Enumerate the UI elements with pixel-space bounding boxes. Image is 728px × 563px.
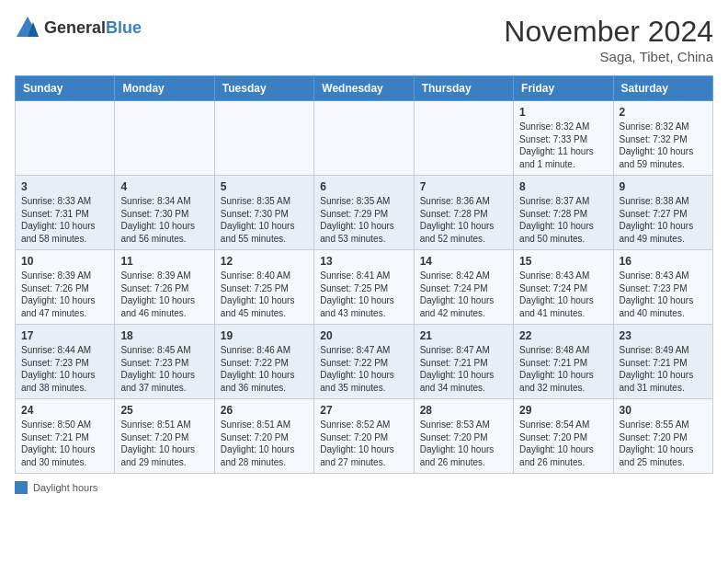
calendar-day-cell: 5Sunrise: 8:35 AM Sunset: 7:30 PM Daylig…: [214, 176, 313, 250]
day-info: Sunrise: 8:51 AM Sunset: 7:20 PM Dayligh…: [221, 419, 308, 468]
calendar-day-cell: 29Sunrise: 8:54 AM Sunset: 7:20 PM Dayli…: [514, 399, 613, 474]
calendar-day-cell: 9Sunrise: 8:38 AM Sunset: 7:27 PM Daylig…: [613, 176, 712, 250]
day-number: 20: [320, 329, 407, 342]
day-number: 4: [120, 180, 208, 193]
day-number: 16: [620, 255, 707, 268]
day-number: 27: [320, 404, 407, 417]
calendar-day-cell: 21Sunrise: 8:47 AM Sunset: 7:21 PM Dayli…: [414, 325, 513, 399]
calendar-day-cell: 12Sunrise: 8:40 AM Sunset: 7:25 PM Dayli…: [214, 250, 313, 325]
day-info: Sunrise: 8:49 AM Sunset: 7:21 PM Dayligh…: [620, 344, 707, 394]
calendar-day-cell: 19Sunrise: 8:46 AM Sunset: 7:22 PM Dayli…: [214, 325, 313, 399]
calendar-week-row: 10Sunrise: 8:39 AM Sunset: 7:26 PM Dayli…: [16, 250, 713, 325]
day-number: 24: [21, 404, 108, 417]
day-info: Sunrise: 8:47 AM Sunset: 7:21 PM Dayligh…: [420, 344, 507, 394]
weekday-header: Monday: [115, 76, 214, 101]
weekday-header: Saturday: [613, 76, 712, 101]
day-number: 15: [519, 255, 607, 268]
day-number: 25: [120, 404, 208, 417]
calendar-day-cell: 16Sunrise: 8:43 AM Sunset: 7:23 PM Dayli…: [613, 250, 712, 325]
logo-text-general: General: [44, 18, 106, 37]
day-number: 5: [221, 180, 308, 193]
day-info: Sunrise: 8:40 AM Sunset: 7:25 PM Dayligh…: [221, 270, 308, 319]
day-number: 26: [221, 404, 308, 417]
day-number: 10: [21, 255, 108, 268]
calendar-day-cell: 18Sunrise: 8:45 AM Sunset: 7:23 PM Dayli…: [115, 325, 214, 399]
calendar-day-cell: 3Sunrise: 8:33 AM Sunset: 7:31 PM Daylig…: [16, 176, 115, 250]
weekday-header: Sunday: [16, 76, 115, 101]
day-info: Sunrise: 8:33 AM Sunset: 7:31 PM Dayligh…: [21, 195, 108, 245]
location-subtitle: Saga, Tibet, China: [504, 49, 713, 64]
legend-label: Daylight hours: [33, 482, 97, 493]
day-info: Sunrise: 8:48 AM Sunset: 7:21 PM Dayligh…: [519, 344, 607, 394]
day-info: Sunrise: 8:42 AM Sunset: 7:24 PM Dayligh…: [420, 270, 507, 319]
day-info: Sunrise: 8:44 AM Sunset: 7:23 PM Dayligh…: [21, 344, 108, 394]
calendar-week-row: 1Sunrise: 8:32 AM Sunset: 7:33 PM Daylig…: [16, 101, 713, 176]
weekday-header: Thursday: [414, 76, 513, 101]
weekday-header: Wednesday: [314, 76, 414, 101]
day-number: 2: [620, 106, 707, 119]
calendar-day-cell: 13Sunrise: 8:41 AM Sunset: 7:25 PM Dayli…: [314, 250, 414, 325]
day-number: 11: [120, 255, 208, 268]
day-info: Sunrise: 8:43 AM Sunset: 7:24 PM Dayligh…: [519, 270, 607, 319]
day-info: Sunrise: 8:51 AM Sunset: 7:20 PM Dayligh…: [120, 419, 208, 468]
calendar-week-row: 24Sunrise: 8:50 AM Sunset: 7:21 PM Dayli…: [16, 399, 713, 474]
day-number: 28: [420, 404, 507, 417]
day-number: 18: [120, 329, 208, 342]
calendar-day-cell: 15Sunrise: 8:43 AM Sunset: 7:24 PM Dayli…: [514, 250, 613, 325]
day-number: 21: [420, 329, 507, 342]
day-info: Sunrise: 8:46 AM Sunset: 7:22 PM Dayligh…: [221, 344, 308, 394]
calendar-day-cell: [16, 101, 115, 176]
day-number: 3: [21, 180, 108, 193]
calendar-day-cell: 17Sunrise: 8:44 AM Sunset: 7:23 PM Dayli…: [16, 325, 115, 399]
day-number: 8: [519, 180, 607, 193]
day-info: Sunrise: 8:32 AM Sunset: 7:32 PM Dayligh…: [620, 121, 707, 170]
day-info: Sunrise: 8:35 AM Sunset: 7:30 PM Dayligh…: [221, 195, 308, 245]
day-info: Sunrise: 8:55 AM Sunset: 7:20 PM Dayligh…: [620, 419, 707, 468]
day-number: 22: [519, 329, 607, 342]
calendar-day-cell: 22Sunrise: 8:48 AM Sunset: 7:21 PM Dayli…: [514, 325, 613, 399]
calendar-day-cell: 7Sunrise: 8:36 AM Sunset: 7:28 PM Daylig…: [414, 176, 513, 250]
title-block: November 2024 Saga, Tibet, China: [504, 15, 713, 64]
calendar-day-cell: 8Sunrise: 8:37 AM Sunset: 7:28 PM Daylig…: [514, 176, 613, 250]
calendar-day-cell: 25Sunrise: 8:51 AM Sunset: 7:20 PM Dayli…: [115, 399, 214, 474]
calendar-day-cell: 2Sunrise: 8:32 AM Sunset: 7:32 PM Daylig…: [613, 101, 712, 176]
calendar-day-cell: 30Sunrise: 8:55 AM Sunset: 7:20 PM Dayli…: [613, 399, 712, 474]
day-number: 14: [420, 255, 507, 268]
calendar-day-cell: [214, 101, 313, 176]
logo-text-blue: Blue: [106, 18, 142, 37]
day-number: 6: [320, 180, 407, 193]
legend-color-box: [15, 481, 28, 494]
day-info: Sunrise: 8:37 AM Sunset: 7:28 PM Dayligh…: [519, 195, 607, 245]
calendar-day-cell: 14Sunrise: 8:42 AM Sunset: 7:24 PM Dayli…: [414, 250, 513, 325]
calendar-day-cell: 23Sunrise: 8:49 AM Sunset: 7:21 PM Dayli…: [613, 325, 712, 399]
day-info: Sunrise: 8:54 AM Sunset: 7:20 PM Dayligh…: [519, 419, 607, 468]
day-info: Sunrise: 8:36 AM Sunset: 7:28 PM Dayligh…: [420, 195, 507, 245]
month-title: November 2024: [504, 15, 713, 49]
calendar-day-cell: 10Sunrise: 8:39 AM Sunset: 7:26 PM Dayli…: [16, 250, 115, 325]
page-header: GeneralBlue November 2024 Saga, Tibet, C…: [15, 15, 713, 64]
weekday-header: Friday: [514, 76, 613, 101]
calendar-day-cell: [314, 101, 414, 176]
calendar-week-row: 3Sunrise: 8:33 AM Sunset: 7:31 PM Daylig…: [16, 176, 713, 250]
day-info: Sunrise: 8:38 AM Sunset: 7:27 PM Dayligh…: [620, 195, 707, 245]
calendar-day-cell: [414, 101, 513, 176]
legend: Daylight hours: [15, 481, 713, 494]
day-info: Sunrise: 8:39 AM Sunset: 7:26 PM Dayligh…: [120, 270, 208, 319]
calendar-header-row: SundayMondayTuesdayWednesdayThursdayFrid…: [16, 76, 713, 101]
day-info: Sunrise: 8:53 AM Sunset: 7:20 PM Dayligh…: [420, 419, 507, 468]
day-number: 17: [21, 329, 108, 342]
day-number: 7: [420, 180, 507, 193]
calendar-day-cell: 6Sunrise: 8:35 AM Sunset: 7:29 PM Daylig…: [314, 176, 414, 250]
calendar-day-cell: 28Sunrise: 8:53 AM Sunset: 7:20 PM Dayli…: [414, 399, 513, 474]
day-info: Sunrise: 8:52 AM Sunset: 7:20 PM Dayligh…: [320, 419, 407, 468]
calendar-day-cell: 20Sunrise: 8:47 AM Sunset: 7:22 PM Dayli…: [314, 325, 414, 399]
calendar-day-cell: 27Sunrise: 8:52 AM Sunset: 7:20 PM Dayli…: [314, 399, 414, 474]
day-number: 9: [620, 180, 707, 193]
day-info: Sunrise: 8:34 AM Sunset: 7:30 PM Dayligh…: [120, 195, 208, 245]
logo-icon: [15, 15, 40, 40]
day-number: 13: [320, 255, 407, 268]
weekday-header: Tuesday: [214, 76, 313, 101]
day-number: 29: [519, 404, 607, 417]
calendar-table: SundayMondayTuesdayWednesdayThursdayFrid…: [15, 75, 713, 474]
day-info: Sunrise: 8:35 AM Sunset: 7:29 PM Dayligh…: [320, 195, 407, 245]
